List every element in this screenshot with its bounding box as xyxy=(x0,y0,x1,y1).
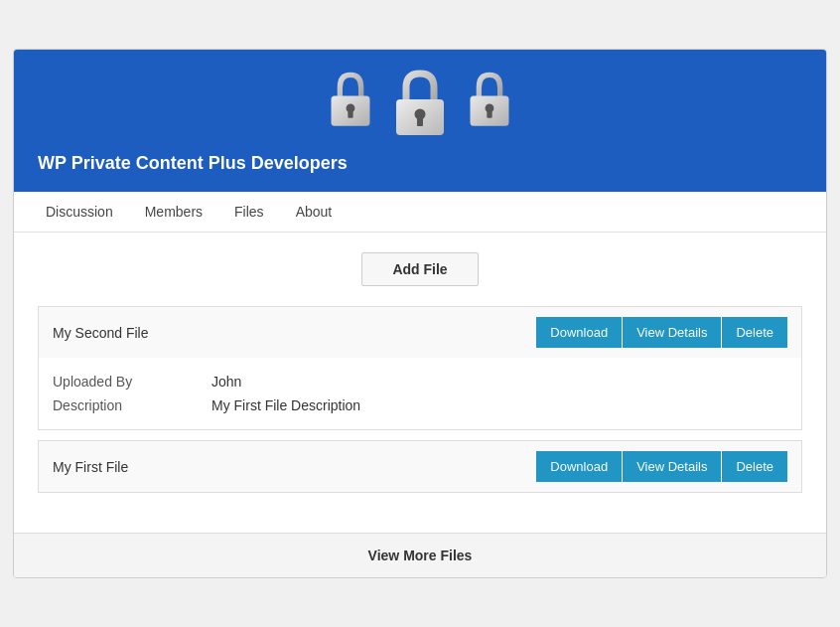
description-value: My First File Description xyxy=(211,397,360,413)
download-button-first[interactable]: Download xyxy=(536,451,622,482)
nav-item-members[interactable]: Members xyxy=(129,192,218,232)
svg-rect-5 xyxy=(417,117,423,126)
download-button-second[interactable]: Download xyxy=(536,317,622,348)
page-wrapper: WP Private Content Plus Developers Discu… xyxy=(13,49,827,578)
lock-icon-left xyxy=(323,70,378,131)
add-file-btn-wrap: Add File xyxy=(38,252,802,286)
file-card-second: My Second File Download View Details Del… xyxy=(38,306,802,430)
svg-rect-8 xyxy=(487,111,491,118)
view-more-bar[interactable]: View More Files xyxy=(14,533,826,577)
view-details-button-second[interactable]: View Details xyxy=(623,317,721,348)
nav-item-about[interactable]: About xyxy=(280,192,349,232)
uploaded-by-value: John xyxy=(211,374,241,390)
description-label: Description xyxy=(53,397,211,413)
file-actions-second: Download View Details Delete xyxy=(536,317,787,348)
file-actions-first: Download View Details Delete xyxy=(536,451,787,482)
file-row-header-second: My Second File Download View Details Del… xyxy=(39,307,801,358)
svg-rect-2 xyxy=(348,111,352,118)
header-banner: WP Private Content Plus Developers xyxy=(14,50,826,192)
lock-icon-right xyxy=(462,70,517,131)
nav-bar: Discussion Members Files About xyxy=(14,192,826,233)
detail-row-description: Description My First File Description xyxy=(53,393,787,417)
delete-button-first[interactable]: Delete xyxy=(722,451,787,482)
uploaded-by-label: Uploaded By xyxy=(53,374,211,390)
file-details-second: Uploaded By John Description My First Fi… xyxy=(39,358,801,429)
nav-item-files[interactable]: Files xyxy=(218,192,280,232)
delete-button-second[interactable]: Delete xyxy=(722,317,787,348)
header-title: WP Private Content Plus Developers xyxy=(38,153,348,174)
locks-container xyxy=(38,70,802,139)
content-area: Add File My Second File Download View De… xyxy=(14,233,826,523)
file-row-header-first: My First File Download View Details Dele… xyxy=(39,441,801,492)
file-name-second: My Second File xyxy=(53,325,148,341)
add-file-button[interactable]: Add File xyxy=(361,252,478,286)
file-name-first: My First File xyxy=(53,459,128,475)
detail-row-uploaded-by: Uploaded By John xyxy=(53,370,787,393)
lock-icon-center xyxy=(388,70,452,139)
view-details-button-first[interactable]: View Details xyxy=(623,451,721,482)
view-more-label[interactable]: View More Files xyxy=(368,548,473,563)
file-card-first: My First File Download View Details Dele… xyxy=(38,440,802,493)
nav-item-discussion[interactable]: Discussion xyxy=(30,192,129,232)
